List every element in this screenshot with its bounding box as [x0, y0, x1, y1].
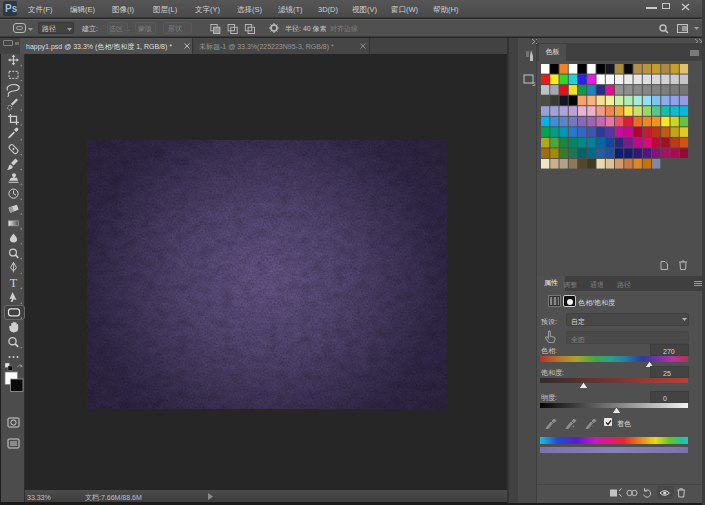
svg-text:T: T	[10, 276, 18, 290]
svg-text:-: -	[592, 423, 594, 429]
svg-text:+: +	[572, 423, 575, 429]
svg-text:s: s	[532, 80, 536, 87]
